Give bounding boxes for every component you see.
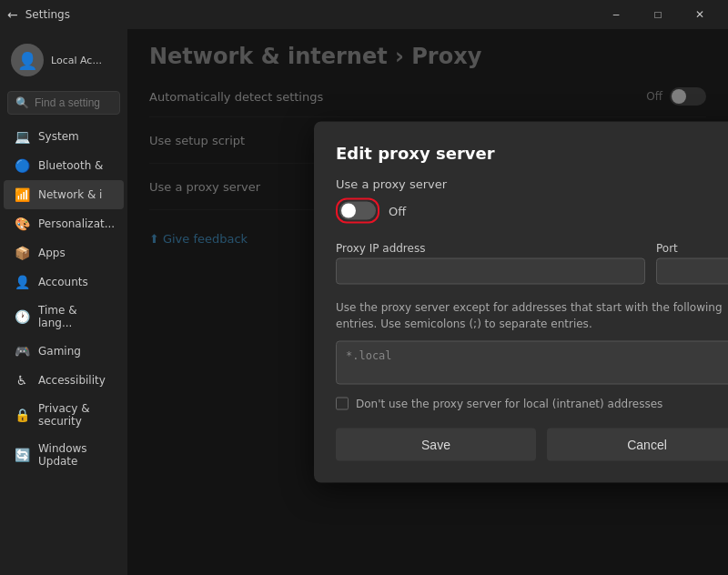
network-icon: 📶: [15, 187, 29, 202]
title-bar: ← Settings – □ ✕: [0, 0, 728, 29]
sidebar-item-time[interactable]: 🕐 Time & lang...: [4, 297, 124, 337]
sidebar-user: 👤 Local Ac...: [0, 36, 127, 91]
personalization-icon: 🎨: [15, 217, 29, 231]
sidebar-item-label: Gaming: [38, 345, 81, 358]
dialog-title: Edit proxy server: [336, 144, 728, 163]
ip-field-group: Proxy IP address: [336, 242, 645, 285]
proxy-toggle-thumb: [341, 204, 356, 218]
sidebar-item-label: Privacy & security: [38, 402, 113, 428]
update-icon: 🔄: [15, 448, 29, 462]
maximize-button[interactable]: □: [637, 0, 679, 29]
edit-proxy-dialog: Edit proxy server Use a proxy server Off…: [314, 122, 728, 483]
port-label: Port: [656, 242, 728, 255]
sidebar-item-label: System: [38, 130, 79, 143]
toggle-highlight: [336, 198, 379, 224]
sidebar-item-label: Personalizat...: [38, 217, 115, 230]
local-addresses-row: Don't use the proxy server for local (in…: [336, 398, 728, 410]
time-icon: 🕐: [15, 309, 29, 324]
app-body: 👤 Local Ac... 🔍 💻 System 🔵 Bluetooth & 📶…: [0, 29, 728, 575]
exceptions-helper-text: Use the proxy server except for addresse…: [336, 299, 728, 332]
sidebar-item-bluetooth[interactable]: 🔵 Bluetooth &: [4, 151, 124, 180]
user-info: Local Ac...: [51, 55, 102, 66]
sidebar-item-windows-update[interactable]: 🔄 Windows Update: [4, 435, 124, 475]
toggle-off-label: Off: [389, 204, 406, 217]
proxy-fields-row: Proxy IP address Port: [336, 242, 728, 285]
ip-label: Proxy IP address: [336, 242, 645, 255]
local-addresses-checkbox[interactable]: [336, 398, 349, 410]
accessibility-icon: ♿: [15, 373, 29, 388]
save-button[interactable]: Save: [336, 429, 536, 461]
search-input[interactable]: [35, 96, 112, 109]
proxy-port-input[interactable]: [656, 258, 728, 285]
minimize-button[interactable]: –: [595, 0, 637, 29]
sidebar-item-system[interactable]: 💻 System: [4, 122, 124, 151]
back-icon[interactable]: ←: [7, 7, 18, 22]
bluetooth-icon: 🔵: [15, 158, 29, 173]
user-name: Local Ac...: [51, 55, 102, 66]
sidebar-item-label: Accessibility: [38, 374, 106, 387]
proxy-toggle[interactable]: [339, 202, 376, 220]
content-area: Network & internet › Proxy Automatically…: [127, 29, 728, 575]
sidebar-item-privacy[interactable]: 🔒 Privacy & security: [4, 395, 124, 435]
sidebar-item-apps[interactable]: 📦 Apps: [4, 238, 124, 267]
sidebar-item-accounts[interactable]: 👤 Accounts: [4, 267, 124, 297]
gaming-icon: 🎮: [15, 344, 29, 358]
sidebar-item-label: Accounts: [38, 276, 88, 288]
title-bar-left: ← Settings: [7, 7, 70, 22]
accounts-icon: 👤: [15, 275, 29, 289]
sidebar-item-network[interactable]: 📶 Network & i: [4, 180, 124, 209]
sidebar-item-label: Network & i: [38, 188, 102, 201]
local-addresses-label: Don't use the proxy server for local (in…: [356, 398, 662, 410]
exceptions-area[interactable]: *.local: [336, 341, 728, 385]
port-field-group: Port: [656, 242, 728, 285]
search-box[interactable]: 🔍: [7, 91, 120, 115]
sidebar-item-label: Time & lang...: [38, 304, 113, 329]
sidebar-item-label: Bluetooth &: [38, 159, 103, 172]
cancel-button[interactable]: Cancel: [547, 429, 728, 461]
close-button[interactable]: ✕: [679, 0, 721, 29]
sidebar-item-label: Windows Update: [38, 442, 113, 468]
sidebar-item-accessibility[interactable]: ♿ Accessibility: [4, 366, 124, 395]
use-proxy-label: Use a proxy server: [336, 177, 728, 191]
apps-icon: 📦: [15, 246, 29, 260]
sidebar-item-gaming[interactable]: 🎮 Gaming: [4, 337, 124, 366]
sidebar-item-label: Apps: [38, 247, 66, 259]
sidebar-item-personalization[interactable]: 🎨 Personalizat...: [4, 209, 124, 238]
proxy-toggle-row: Off: [336, 198, 728, 224]
system-icon: 💻: [15, 129, 29, 144]
search-icon: 🔍: [15, 96, 29, 109]
privacy-icon: 🔒: [15, 408, 29, 422]
dialog-buttons: Save Cancel: [336, 429, 728, 461]
sidebar: 👤 Local Ac... 🔍 💻 System 🔵 Bluetooth & 📶…: [0, 29, 127, 575]
avatar: 👤: [11, 44, 44, 76]
proxy-ip-input[interactable]: [336, 258, 645, 285]
app-title: Settings: [25, 8, 70, 21]
title-bar-controls: – □ ✕: [595, 0, 721, 29]
